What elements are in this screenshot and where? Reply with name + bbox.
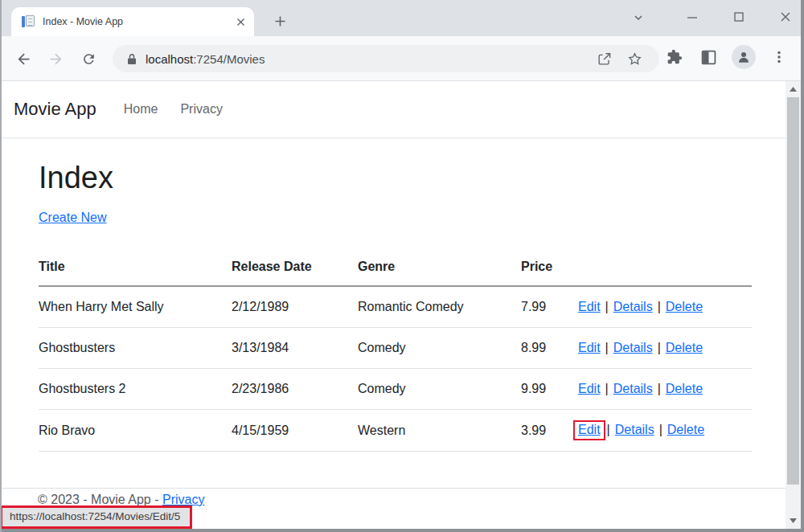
url-host: localhost bbox=[146, 52, 193, 66]
back-icon[interactable] bbox=[14, 50, 32, 68]
scrollbar-down-arrow-icon[interactable] bbox=[786, 514, 801, 527]
action-separator: | bbox=[605, 382, 609, 395]
table-row: When Harry Met Sally 2/12/1989 Romantic … bbox=[39, 287, 752, 328]
tab-close-icon[interactable] bbox=[233, 14, 248, 29]
minimize-icon[interactable] bbox=[685, 10, 699, 24]
cell-genre: Romantic Comedy bbox=[358, 300, 521, 314]
action-separator: | bbox=[659, 423, 662, 436]
cell-release-date: 2/23/1986 bbox=[232, 382, 358, 396]
tab-search-chevron-icon[interactable] bbox=[631, 10, 646, 25]
action-separator: | bbox=[658, 300, 661, 313]
cell-actions: Edit|Details|Delete bbox=[578, 382, 752, 396]
table-header-row: Title Release Date Genre Price bbox=[39, 250, 752, 287]
maximize-icon[interactable] bbox=[732, 10, 746, 24]
scrollbar-up-arrow-icon[interactable] bbox=[786, 83, 801, 96]
cell-actions: Edit|Details|Delete bbox=[578, 341, 752, 355]
action-separator: | bbox=[658, 341, 661, 354]
details-link[interactable]: Details bbox=[613, 382, 653, 395]
browser-toolbar: localhost:7254/Movies bbox=[0, 36, 804, 81]
main-content: Index Create New Title Release Date Genr… bbox=[0, 162, 786, 452]
cell-title: Rio Bravo bbox=[39, 424, 232, 438]
edit-link-highlighted[interactable]: Edit bbox=[578, 423, 601, 436]
details-link[interactable]: Details bbox=[613, 341, 653, 354]
status-bubble-url: https://localhost:7254/Movies/Edit/5 bbox=[10, 510, 180, 522]
table-row: Ghostbusters 3/13/1984 Comedy 8.99 Edit|… bbox=[39, 328, 752, 369]
new-tab-plus-icon[interactable] bbox=[269, 10, 291, 32]
create-new-link[interactable]: Create New bbox=[39, 211, 106, 225]
column-header-release-date: Release Date bbox=[232, 260, 358, 274]
cell-title: Ghostbusters bbox=[39, 341, 232, 355]
cell-release-date: 3/13/1984 bbox=[232, 341, 358, 355]
bookmark-star-icon[interactable] bbox=[626, 50, 643, 68]
site-footer: © 2023 - Movie App - Privacy bbox=[0, 488, 786, 507]
edit-link-highlight-box: Edit bbox=[573, 420, 605, 440]
tab-favicon-document-icon bbox=[22, 15, 35, 28]
delete-link[interactable]: Delete bbox=[666, 300, 703, 313]
browser-window: Index - Movie App localhost:7254/Movies bbox=[0, 0, 804, 532]
cell-genre: Comedy bbox=[358, 341, 521, 355]
window-border-right bbox=[801, 0, 804, 532]
url-text: localhost:7254/Movies bbox=[146, 52, 582, 66]
page-content: Movie App Home Privacy Index Create New … bbox=[0, 81, 786, 529]
close-icon[interactable] bbox=[778, 10, 793, 24]
toolbar-right-icons bbox=[664, 45, 790, 69]
column-header-genre: Genre bbox=[358, 260, 521, 274]
details-link[interactable]: Details bbox=[615, 423, 654, 436]
column-header-price: Price bbox=[521, 260, 578, 274]
tab-title: Index - Movie App bbox=[43, 16, 233, 27]
page-scrollbar[interactable] bbox=[786, 81, 801, 529]
nav-link-privacy[interactable]: Privacy bbox=[180, 102, 222, 117]
movies-table: Title Release Date Genre Price When Harr… bbox=[39, 250, 752, 452]
url-path: :7254/Movies bbox=[193, 52, 265, 66]
forward-icon[interactable] bbox=[47, 50, 64, 68]
edit-link[interactable]: Edit bbox=[578, 341, 601, 354]
cell-price: 9.99 bbox=[521, 382, 578, 396]
share-icon[interactable] bbox=[595, 50, 613, 68]
address-bar[interactable]: localhost:7254/Movies bbox=[113, 45, 659, 72]
edit-link[interactable]: Edit bbox=[578, 382, 601, 395]
cell-title: Ghostbusters 2 bbox=[39, 382, 232, 396]
table-row: Rio Bravo 4/15/1959 Western 3.99 Edit|De… bbox=[39, 410, 752, 452]
browser-tab[interactable]: Index - Movie App bbox=[11, 7, 254, 36]
cell-release-date: 2/12/1989 bbox=[232, 300, 358, 314]
window-controls bbox=[685, 10, 793, 24]
cell-price: 7.99 bbox=[521, 300, 578, 314]
window-border-bottom bbox=[0, 529, 804, 532]
footer-copyright: © 2023 - Movie App - bbox=[38, 493, 159, 506]
delete-link[interactable]: Delete bbox=[666, 341, 703, 354]
table-row: Ghostbusters 2 2/23/1986 Comedy 9.99 Edi… bbox=[39, 369, 752, 410]
delete-link[interactable]: Delete bbox=[666, 382, 703, 395]
navbar-brand[interactable]: Movie App bbox=[14, 99, 96, 120]
cell-genre: Western bbox=[358, 424, 521, 438]
action-separator: | bbox=[607, 423, 610, 436]
cell-genre: Comedy bbox=[358, 382, 521, 396]
extensions-puzzle-icon[interactable] bbox=[664, 47, 685, 68]
action-separator: | bbox=[658, 382, 661, 395]
cell-price: 3.99 bbox=[521, 424, 578, 438]
cell-title: When Harry Met Sally bbox=[39, 300, 232, 314]
site-navbar: Movie App Home Privacy bbox=[0, 81, 786, 138]
page-title: Index bbox=[39, 162, 786, 193]
action-separator: | bbox=[605, 300, 609, 313]
edit-link[interactable]: Edit bbox=[578, 300, 601, 313]
column-header-title: Title bbox=[39, 260, 232, 274]
kebab-menu-icon[interactable] bbox=[769, 47, 790, 68]
delete-link[interactable]: Delete bbox=[667, 423, 704, 436]
details-link[interactable]: Details bbox=[613, 300, 653, 313]
scrollbar-thumb[interactable] bbox=[787, 97, 799, 485]
side-panel-icon[interactable] bbox=[698, 47, 719, 68]
footer-privacy-link[interactable]: Privacy bbox=[162, 493, 204, 506]
cell-release-date: 4/15/1959 bbox=[232, 424, 358, 438]
status-bubble-highlight-box: https://localhost:7254/Movies/Edit/5 bbox=[0, 505, 192, 529]
window-border-left bbox=[0, 0, 2, 532]
refresh-icon[interactable] bbox=[80, 50, 97, 68]
action-separator: | bbox=[605, 341, 609, 354]
cell-actions: Edit|Details|Delete bbox=[578, 423, 752, 438]
profile-avatar-icon[interactable] bbox=[732, 45, 756, 69]
nav-link-home[interactable]: Home bbox=[124, 102, 158, 117]
cell-actions: Edit|Details|Delete bbox=[578, 300, 752, 314]
cell-price: 8.99 bbox=[521, 341, 578, 355]
lock-icon[interactable] bbox=[127, 53, 137, 65]
